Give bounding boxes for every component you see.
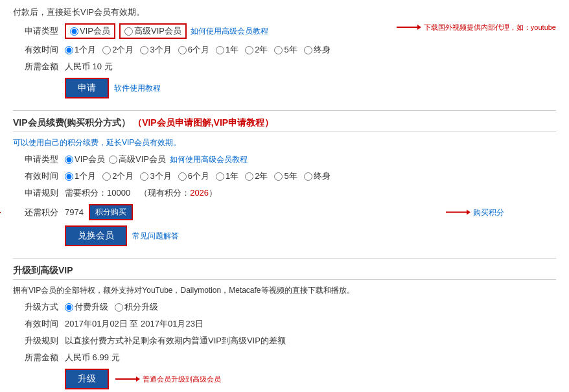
time-1month-2[interactable]: 1个月 <box>65 170 96 182</box>
apply-type-label-2: 申请类型 <box>13 154 58 165</box>
rule-row-3: 升级规则 以直接付费方式补足剩余有效期内普通VIP到高级VIP的差额 <box>13 335 556 347</box>
upgrade-button-row: 升级 普通会员升级到高级会员 <box>65 369 556 389</box>
advanced-vip-radio-label[interactable]: 高级VIP会员 <box>124 25 181 37</box>
time-forever-1[interactable]: 终身 <box>304 44 331 56</box>
rule-value-3: 以直接付费方式补足剩余有效期内普通VIP到高级VIP的差额 <box>65 335 286 347</box>
valid-time-options-2: 1个月 2个月 3个月 6个月 1年 2年 5年 终身 <box>65 170 331 182</box>
vip-member-box: VIP会员 <box>65 23 115 39</box>
svg-marker-5 <box>467 210 470 215</box>
time-1year-2[interactable]: 1年 <box>216 170 238 182</box>
valid-time-label-1: 有效时间 <box>13 44 58 56</box>
amount-value-3: 人民币 6.99 元 <box>65 352 120 363</box>
buy-points-link[interactable]: 购买积分 <box>473 207 504 218</box>
remaining-points: 7974 <box>65 207 84 217</box>
rule-label-3: 升级规则 <box>13 335 58 347</box>
svg-marker-7 <box>136 376 140 382</box>
amount-label-1: 所需金额 <box>13 61 58 73</box>
points-buy-button[interactable]: 积分购买 <box>89 204 133 220</box>
advanced-vip-radio[interactable] <box>124 27 133 36</box>
amount-value-1: 人民币 10 元 <box>65 61 113 73</box>
valid-time-label-2: 有效时间 <box>13 170 58 182</box>
apply-type-content: VIP会员 高级VIP会员 如何使用高级会员教程 <box>65 23 268 39</box>
section3-title: 升级到高级VIP <box>13 265 556 280</box>
vip-member-radio-2[interactable] <box>65 156 73 164</box>
apply-type-row-2: 申请类型 VIP会员 高级VIP会员 如何使用高级会员教程 <box>13 154 556 165</box>
amount-row-1: 所需金额 人民币 10 元 <box>13 61 556 73</box>
section-upgrade: 升级到高级VIP 拥有VIP会员的全部特权，额外支持对YouTube，Daily… <box>13 265 556 389</box>
pay-upgrade-label: 付费升级 <box>75 301 108 313</box>
advanced-vip-radio-label-2[interactable]: 高级VIP会员 <box>109 154 166 165</box>
arrow-right-icon-2 <box>445 207 470 218</box>
time-3month-1[interactable]: 3个月 <box>140 44 171 56</box>
current-points-label: （现有积分： <box>139 188 190 198</box>
advanced-vip-help-link[interactable]: 如何使用高级会员教程 <box>191 26 268 37</box>
vip-member-radio-label-2[interactable]: VIP会员 <box>65 154 105 165</box>
time-5year-1[interactable]: 5年 <box>274 44 297 56</box>
upgrade-button[interactable]: 升级 <box>65 369 109 389</box>
valid-time-label-3: 有效时间 <box>13 318 58 330</box>
rule-row: 申请规则 需要积分：10000 （现有积分：2026） <box>13 187 556 199</box>
time-2year-1[interactable]: 2年 <box>245 44 268 56</box>
points-upgrade-radio-label[interactable]: 积分升级 <box>115 301 158 313</box>
section2-title-link[interactable]: （VIP会员申请图解,VIP申请教程） <box>133 117 273 128</box>
time-forever-2[interactable]: 终身 <box>304 170 331 182</box>
section2-title: VIP会员续费(购买积分方式） （VIP会员申请图解,VIP申请教程） <box>13 117 556 132</box>
advanced-vip-radio-2[interactable] <box>109 156 117 164</box>
right-annotation-text: 下载国外视频提供内部代理，如：youtube <box>424 23 556 32</box>
upgrade-type-row: 升级方式 付费升级 积分升级 <box>13 301 556 313</box>
time-5year-2[interactable]: 5年 <box>274 170 297 182</box>
apply-type-row: 申请类型 VIP会员 高级VIP会员 如何使用高级会员教程 <box>13 23 556 39</box>
required-points: 需要积分：10000 <box>65 187 130 199</box>
time-3month-2[interactable]: 3个月 <box>140 170 171 182</box>
apply-button-row: 申请 软件使用教程 <box>65 78 556 98</box>
section2-desc: 可以使用自己的积分续费，延长VIP会员有效期。 <box>13 137 556 148</box>
upgrade-annotation-text: 普通会员升级到高级会员 <box>143 375 221 384</box>
time-1year-1[interactable]: 1年 <box>216 44 238 56</box>
left-annotation: 将现有积分兑换会员 <box>0 207 2 218</box>
current-points-close: ） <box>209 188 217 198</box>
current-points-value: 2026 <box>190 188 209 198</box>
time-2month-2[interactable]: 2个月 <box>102 170 134 182</box>
valid-time-options-1: 1个月 2个月 3个月 6个月 1年 2年 5年 终身 <box>65 44 331 56</box>
vip-member-radio-label[interactable]: VIP会员 <box>70 25 110 37</box>
time-6month-2[interactable]: 6个月 <box>178 170 209 182</box>
upgrade-annotation: 普通会员升级到高级会员 <box>114 374 221 384</box>
points-upgrade-radio[interactable] <box>115 303 123 312</box>
faq-link[interactable]: 常见问题解答 <box>132 231 179 242</box>
pay-upgrade-radio[interactable] <box>65 303 73 312</box>
time-2year-2[interactable]: 2年 <box>245 170 268 182</box>
exchange-button[interactable]: 兑换会员 <box>65 225 127 246</box>
vip-member-label: VIP会员 <box>80 25 110 37</box>
time-6month-1[interactable]: 6个月 <box>178 44 209 56</box>
remaining-content: 7974 积分购买 <box>65 204 133 220</box>
buy-points-annotation: 购买积分 <box>445 207 504 218</box>
valid-time-row-3: 有效时间 2017年01月02日 至 2017年01月23日 <box>13 318 556 330</box>
section3-desc: 拥有VIP会员的全部特权，额外支持对YouTube，Dailymotion，Me… <box>13 285 556 296</box>
points-upgrade-label: 积分升级 <box>124 301 158 313</box>
pay-upgrade-radio-label[interactable]: 付费升级 <box>65 301 108 313</box>
upgrade-type-label: 升级方式 <box>13 301 58 313</box>
section-renew: VIP会员续费(购买积分方式） （VIP会员申请图解,VIP申请教程） 可以使用… <box>13 117 556 246</box>
current-points-display: （现有积分：2026） <box>139 187 217 199</box>
arrow-right-icon <box>395 22 421 32</box>
rule-label: 申请规则 <box>13 187 58 199</box>
time-1month-1[interactable]: 1个月 <box>65 44 96 56</box>
remaining-label: 还需积分 <box>13 207 58 218</box>
valid-time-row-1: 有效时间 1个月 2个月 3个月 6个月 1年 2年 5年 终身 <box>13 44 556 56</box>
arrow-right-icon-3 <box>114 374 140 384</box>
apply-button[interactable]: 申请 <box>65 78 109 98</box>
section2-title-text: VIP会员续费(购买积分方式） <box>13 117 130 128</box>
amount-row-3: 所需金额 人民币 6.99 元 <box>13 352 556 363</box>
section2-divider <box>13 258 556 259</box>
advanced-vip-box: 高级VIP会员 <box>119 23 187 39</box>
top-note: 付款后，直接延长VIP会员有效期。 <box>13 6 556 18</box>
remaining-row: 将现有积分兑换会员 还需积分 7974 积分购买 购买积分 <box>13 204 556 220</box>
advanced-vip-help-link-2[interactable]: 如何使用高级会员教程 <box>170 154 248 165</box>
software-tutorial-link[interactable]: 软件使用教程 <box>114 83 161 94</box>
time-2month-1[interactable]: 2个月 <box>102 44 134 56</box>
vip-member-radio[interactable] <box>70 27 78 36</box>
upgrade-type-content: 付费升级 积分升级 <box>65 301 158 313</box>
advanced-vip-label-2: 高级VIP会员 <box>119 154 166 165</box>
exchange-button-row: 兑换会员 常见问题解答 <box>65 225 556 246</box>
section-apply: 申请类型 VIP会员 高级VIP会员 如何使用高级会员教程 <box>13 23 556 98</box>
